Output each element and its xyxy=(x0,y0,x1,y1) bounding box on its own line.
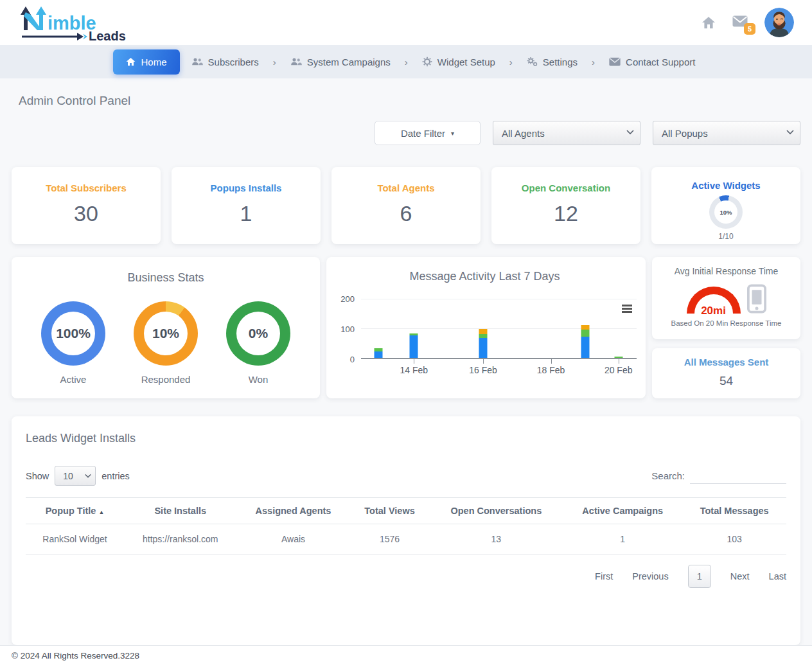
col-assigned-agents[interactable]: Assigned Agents xyxy=(236,498,349,524)
nav-label: Widget Setup xyxy=(437,57,495,67)
donut-label: Active xyxy=(41,374,105,385)
stat-value: 12 xyxy=(491,201,640,226)
brand-logo-icon: imble Leads xyxy=(18,4,128,40)
brand-logo[interactable]: imble Leads xyxy=(18,4,128,40)
stat-title: Active Widgets xyxy=(651,180,800,191)
business-donuts: 100% Active 10% Responded 0% Won xyxy=(12,301,320,385)
col-popup-title[interactable]: Popup Title▲ xyxy=(26,498,124,524)
avatar[interactable] xyxy=(764,8,794,37)
cell-total-messages: 103 xyxy=(682,524,786,554)
nav-item-settings[interactable]: Settings xyxy=(523,51,581,73)
x-tick-label: 20 Feb xyxy=(605,365,633,375)
col-site-installs[interactable]: Site Installs xyxy=(124,498,236,524)
y-tick: 0 xyxy=(350,355,355,364)
y-tick: 200 xyxy=(340,294,355,304)
chevron-right-icon: › xyxy=(273,57,276,67)
col-open-conversations[interactable]: Open Conversations xyxy=(430,498,563,524)
entries-label: entries xyxy=(102,471,130,481)
app-header: imble Leads 5 xyxy=(0,0,812,45)
bar-14-feb xyxy=(410,333,418,358)
agents-select-wrap: All Agents xyxy=(493,121,640,145)
message-activity-card: Message Activity Last 7 Days 200 100 0 1… xyxy=(326,257,646,398)
donut-ring: 0% xyxy=(226,301,290,366)
donut-responded: 10% Responded xyxy=(134,301,198,385)
gauge-value: 20mi xyxy=(701,305,726,317)
chart-menu-icon[interactable] xyxy=(620,303,634,315)
col-total-messages[interactable]: Total Messages xyxy=(682,498,786,524)
card-popups-installs: Popups Installs 1 xyxy=(172,167,321,244)
search-label: Search: xyxy=(651,470,685,481)
y-tick: 100 xyxy=(340,324,355,334)
x-tick-mark xyxy=(414,359,414,364)
card-total-agents: Total Agents 6 xyxy=(331,167,481,244)
nav-label: Contact Support xyxy=(626,57,695,67)
entries-select-wrap: 10 xyxy=(55,466,96,486)
table-controls: Show 10 entries Search: xyxy=(26,466,786,486)
show-label: Show xyxy=(26,471,49,481)
sort-asc-icon: ▲ xyxy=(98,509,104,515)
donut-label: Won xyxy=(226,374,290,385)
gauge-row: 20mi xyxy=(652,283,800,314)
donut-ring: 100% xyxy=(41,301,105,366)
nav-label: Home xyxy=(141,57,167,67)
popups-select-wrap: All Popups xyxy=(653,121,800,145)
nav-item-home[interactable]: Home xyxy=(113,49,180,75)
popups-select[interactable]: All Popups xyxy=(653,121,800,145)
show-entries-group: Show 10 entries xyxy=(26,466,130,486)
nav-item-contact-support[interactable]: Contact Support xyxy=(605,51,699,73)
nav-item-system-campaigns[interactable]: System Campaigns xyxy=(287,51,394,73)
x-tick-mark xyxy=(483,359,484,364)
col-active-campaigns[interactable]: Active Campaigns xyxy=(563,498,682,524)
entries-select[interactable]: 10 xyxy=(55,466,96,486)
middle-row: Business Stats 100% Active 10% Responded xyxy=(12,257,800,398)
date-filter-label: Date Filter xyxy=(401,128,445,139)
date-filter-button[interactable]: Date Filter ▾ xyxy=(375,121,481,145)
x-tick-mark xyxy=(551,359,552,364)
pagination-last[interactable]: Last xyxy=(769,571,786,581)
pagination-first[interactable]: First xyxy=(595,571,613,581)
table-header-row: Popup Title▲ Site Installs Assigned Agen… xyxy=(26,498,786,524)
cell-popup-title: RankSol Widget xyxy=(26,524,124,554)
chevron-right-icon: › xyxy=(405,57,408,67)
stat-value: 30 xyxy=(12,201,161,226)
stat-cards-row: Total Subscribers 30 Popups Installs 1 T… xyxy=(12,167,800,244)
nav-item-widget-setup[interactable]: Widget Setup xyxy=(418,51,499,73)
main-content: Admin Control Panel Date Filter ▾ All Ag… xyxy=(0,78,812,645)
right-column: Avg Initial Response Time 20mi Based On … xyxy=(652,257,800,398)
cell-assigned-agents: Awais xyxy=(236,524,349,554)
mail-button[interactable]: 5 xyxy=(732,15,748,30)
donut-won: 0% Won xyxy=(226,301,290,385)
active-widgets-donut: 10% xyxy=(709,195,743,229)
bar-13-feb xyxy=(375,348,383,358)
phone-icon xyxy=(747,284,766,314)
gridline xyxy=(361,299,637,299)
card-active-widgets: Active Widgets 10% 1/10 xyxy=(651,167,800,244)
nav-item-subscribers[interactable]: Subscribers xyxy=(188,51,263,73)
pagination-current-page[interactable]: 1 xyxy=(688,565,711,588)
bar-19-feb xyxy=(581,325,589,358)
pagination-next[interactable]: Next xyxy=(730,571,750,581)
users-icon xyxy=(290,57,302,67)
caret-down-icon: ▾ xyxy=(451,130,454,137)
chart-wrap: 200 100 0 14 Feb16 Feb18 Feb20 Feb xyxy=(333,299,637,359)
card-open-conversation: Open Conversation 12 xyxy=(491,167,640,244)
business-stats-card: Business Stats 100% Active 10% Responded xyxy=(12,257,320,398)
bar-20-feb xyxy=(614,357,622,358)
col-total-views[interactable]: Total Views xyxy=(350,498,430,524)
users-icon xyxy=(191,57,203,67)
agents-select[interactable]: All Agents xyxy=(493,121,640,145)
mail-badge: 5 xyxy=(744,23,755,35)
stat-title: Popups Installs xyxy=(172,182,321,193)
avatar-image xyxy=(764,8,794,37)
svg-text:Leads: Leads xyxy=(89,29,126,40)
pagination-previous[interactable]: Previous xyxy=(632,571,668,581)
donut-value: 10% xyxy=(152,326,179,341)
donut-value: 10% xyxy=(719,209,732,216)
filters-row: Date Filter ▾ All Agents All Popups xyxy=(12,121,800,145)
cell-site-installs: https://ranksol.com xyxy=(124,524,236,554)
search-input[interactable] xyxy=(690,468,786,484)
home-icon[interactable] xyxy=(702,15,716,30)
x-tick-label: 18 Feb xyxy=(537,365,565,375)
chart-y-axis: 200 100 0 xyxy=(333,299,361,359)
stat-value: 6 xyxy=(331,201,481,226)
